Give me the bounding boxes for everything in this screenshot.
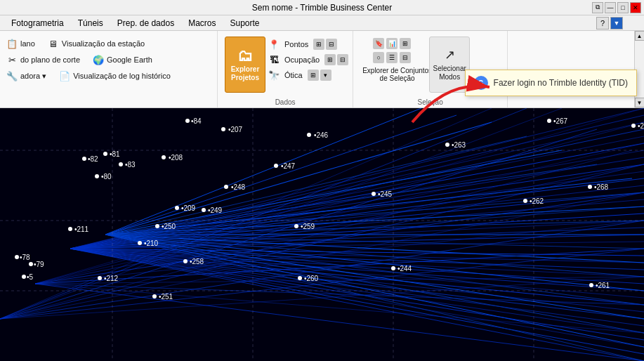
menu-prep-dados[interactable]: Prep. de dados bbox=[112, 17, 180, 29]
svg-text:•80: •80 bbox=[101, 173, 112, 180]
svg-text:•209: •209 bbox=[181, 204, 196, 212]
ribbon-plano-corte[interactable]: ✂ do plano de corte bbox=[4, 53, 82, 66]
point-cloud-svg: •84 •207 •208 •246 •247 •248 •249 •209 •… bbox=[0, 108, 644, 361]
ribbon-section-nav: 📋 lano 🖥 Visualização da estação ✂ do pl… bbox=[0, 31, 218, 107]
selecao-label: Seleção bbox=[353, 98, 507, 106]
menu-bar: Fotogrametria Túneis Prep. de dados Macr… bbox=[0, 15, 644, 31]
svg-point-142 bbox=[588, 185, 592, 189]
ocupacao-icon: 🏗 bbox=[268, 54, 280, 65]
pontos-icon3[interactable]: ⊟ bbox=[326, 39, 337, 50]
google-earth-icon: 🌍 bbox=[93, 54, 104, 65]
svg-point-90 bbox=[162, 155, 166, 159]
svg-point-106 bbox=[82, 157, 86, 161]
ribbon-plano[interactable]: 📋 lano bbox=[4, 37, 37, 50]
sel-icon6[interactable]: ⊟ bbox=[400, 52, 411, 63]
ribbon: 📋 lano 🖥 Visualização da estação ✂ do pl… bbox=[0, 31, 644, 108]
pontos-icon2[interactable]: ⊞ bbox=[313, 39, 324, 50]
svg-text:•5: •5 bbox=[27, 273, 34, 281]
svg-text:•246: •246 bbox=[314, 131, 329, 139]
sel-icon4[interactable]: ○ bbox=[373, 52, 384, 63]
ribbon-ocupacao[interactable]: Ocupação bbox=[282, 55, 322, 65]
menu-fotogrametria[interactable]: Fotogrametria bbox=[6, 17, 70, 29]
svg-point-100 bbox=[175, 206, 179, 210]
trimble-icon: G bbox=[474, 76, 488, 90]
scroll-up-btn[interactable]: ▲ bbox=[635, 31, 645, 41]
window-controls: ⧉ — □ ✕ bbox=[592, 2, 641, 13]
window-title: Sem nome - Trimble Business Center bbox=[252, 3, 392, 13]
svg-point-130 bbox=[298, 276, 302, 280]
title-bar: Sem nome - Trimble Business Center ⧉ — □… bbox=[0, 0, 644, 15]
svg-point-94 bbox=[274, 164, 278, 168]
login-tooltip[interactable]: G Fazer login no Trimble Identity (TID) bbox=[465, 70, 637, 96]
svg-point-104 bbox=[103, 152, 107, 156]
svg-text:•258: •258 bbox=[190, 258, 204, 265]
ribbon-log-historico[interactable]: 📄 Visualização de log histórico bbox=[57, 70, 173, 82]
svg-text:•82: •82 bbox=[88, 155, 98, 163]
options-btn[interactable]: ▼ bbox=[610, 17, 623, 29]
dados-label: Dados bbox=[218, 98, 353, 106]
otica-icon: 🔭 bbox=[268, 70, 280, 81]
plano-corte-icon: ✂ bbox=[6, 54, 18, 65]
svg-text:•211: •211 bbox=[74, 225, 89, 233]
help-btn[interactable]: ? bbox=[596, 17, 609, 29]
svg-point-110 bbox=[95, 174, 99, 178]
svg-point-136 bbox=[445, 143, 449, 147]
selecionar-icon: ↗ bbox=[445, 48, 455, 63]
scroll-down-btn[interactable]: ▼ bbox=[635, 98, 645, 107]
svg-text:•78: •78 bbox=[20, 254, 30, 261]
svg-text:•244: •244 bbox=[397, 265, 412, 273]
ribbon-otica[interactable]: Ótica bbox=[282, 70, 305, 80]
svg-point-98 bbox=[202, 208, 206, 212]
svg-point-92 bbox=[307, 133, 311, 137]
adora-icon: 🔧 bbox=[6, 70, 18, 81]
selecionar-modos-btn[interactable]: ↗ SelecionarModos bbox=[429, 37, 470, 93]
sel-icon1[interactable]: 🔖 bbox=[373, 38, 384, 49]
svg-text:•247: •247 bbox=[281, 162, 296, 170]
log-icon: 📄 bbox=[59, 70, 70, 81]
menu-macros[interactable]: Macros bbox=[183, 17, 221, 29]
svg-text:•210: •210 bbox=[144, 239, 159, 247]
restore-btn[interactable]: ⧉ bbox=[592, 2, 603, 13]
explorer-projetos-btn[interactable]: 🗂 ExplorerProjetos bbox=[225, 37, 265, 93]
svg-text:•81: •81 bbox=[110, 150, 120, 158]
svg-text:•245: •245 bbox=[378, 190, 393, 198]
plano-icon: 📋 bbox=[6, 38, 18, 49]
ribbon-pontos[interactable]: Pontos bbox=[282, 39, 310, 49]
svg-text:•267: •267 bbox=[553, 117, 568, 125]
sel-icon5[interactable]: ☰ bbox=[386, 52, 397, 63]
svg-point-146 bbox=[631, 124, 636, 128]
minimize-btn[interactable]: — bbox=[605, 2, 616, 13]
svg-text:•79: •79 bbox=[34, 261, 44, 268]
svg-text:•260: •260 bbox=[304, 275, 319, 282]
svg-point-134 bbox=[391, 266, 395, 270]
ocup-icon3[interactable]: ⊟ bbox=[337, 54, 348, 65]
ribbon-visualizacao-estacao[interactable]: 🖥 Visualização da estação bbox=[46, 37, 147, 50]
svg-text:•250: •250 bbox=[162, 223, 176, 230]
svg-point-138 bbox=[523, 199, 527, 203]
svg-text:•207: •207 bbox=[228, 126, 243, 133]
ribbon-google-earth[interactable]: 🌍 Google Earth bbox=[91, 53, 155, 66]
otica-icon2[interactable]: ⊞ bbox=[308, 70, 319, 81]
svg-point-118 bbox=[15, 255, 19, 259]
explorer-conjuntos-btn[interactable]: Explorer de Conjuntosde Seleção bbox=[360, 66, 423, 83]
maximize-btn[interactable]: □ bbox=[617, 2, 629, 13]
ocup-icon2[interactable]: ⊞ bbox=[324, 54, 336, 65]
menu-tuneis[interactable]: Túneis bbox=[72, 17, 109, 29]
pontos-icon: 📍 bbox=[268, 39, 280, 50]
svg-point-102 bbox=[155, 224, 159, 228]
svg-point-120 bbox=[22, 275, 26, 279]
close-btn[interactable]: ✕ bbox=[630, 2, 641, 13]
svg-text:•251: •251 bbox=[159, 293, 173, 301]
sel-icon3[interactable]: ⊞ bbox=[400, 38, 411, 49]
svg-point-88 bbox=[221, 127, 225, 131]
svg-text:•261: •261 bbox=[596, 282, 610, 289]
ribbon-section-dados: 🗂 ExplorerProjetos 📍 Pontos ⊞ ⊟ 🏗 Ocupaç… bbox=[218, 31, 353, 107]
ribbon-adora[interactable]: 🔧 adora ▾ bbox=[4, 70, 48, 82]
svg-point-124 bbox=[152, 294, 157, 298]
otica-icon3[interactable]: ▾ bbox=[320, 70, 331, 81]
svg-text:•208: •208 bbox=[169, 154, 183, 162]
sel-icon2[interactable]: 📊 bbox=[386, 38, 397, 49]
svg-text:•84: •84 bbox=[191, 117, 202, 125]
menu-suporte[interactable]: Suporte bbox=[224, 17, 265, 29]
main-canvas: •84 •207 •208 •246 •247 •248 •249 •209 •… bbox=[0, 108, 644, 361]
